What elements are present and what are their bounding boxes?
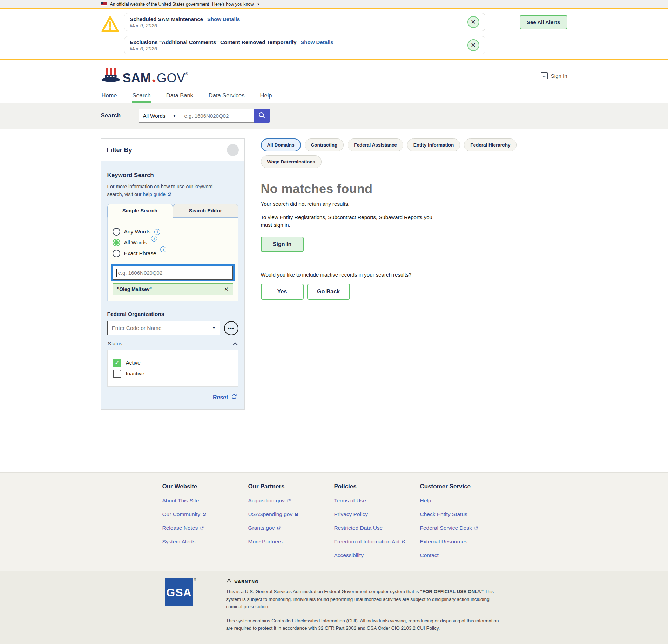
reset-filters-link[interactable]: Reset — [213, 394, 228, 401]
footer-link-grants-gov[interactable]: Grants.gov — [248, 525, 281, 531]
go-back-button[interactable]: Go Back — [307, 284, 350, 300]
gov-banner: An official website of the United States… — [0, 0, 668, 9]
domain-pill-all-domains[interactable]: All Domains — [261, 138, 301, 151]
see-all-alerts-button[interactable]: See All Alerts — [520, 15, 567, 29]
footer-link-federal-service-desk[interactable]: Federal Service Desk — [420, 525, 478, 531]
site-header: ★ ★ ★ SAM★GOV® ← Sign In — [0, 60, 668, 89]
radio-option-exact-phrase[interactable]: Exact Phrasei — [113, 250, 233, 257]
external-link-icon — [401, 540, 406, 544]
gov-banner-text: An official website of the United States… — [110, 2, 209, 7]
alert-title: Scheduled SAM Maintenance — [130, 16, 203, 22]
alert-text: Exclusions “Additional Comments” Content… — [130, 39, 333, 52]
footer-link-usaspending-gov[interactable]: USASpending.gov — [248, 511, 299, 517]
footer-link-freedom-of-information-act[interactable]: Freedom of Information Act — [334, 538, 406, 545]
radio-button[interactable] — [113, 239, 120, 246]
search-mode-select[interactable]: All Words ▼ — [139, 109, 180, 123]
footer-link-contact[interactable]: Contact — [420, 552, 439, 558]
domain-pill-contracting[interactable]: Contracting — [305, 138, 344, 151]
external-link-icon — [202, 512, 207, 517]
federal-org-more-button[interactable]: ••• — [224, 321, 238, 335]
alert: Scheduled SAM MaintenanceShow DetailsMar… — [124, 13, 485, 31]
footer-column: PoliciesTerms of UsePrivacy PolicyRestri… — [334, 483, 420, 566]
footer-link-our-community[interactable]: Our Community — [162, 511, 207, 517]
nav-item-home[interactable]: Home — [101, 89, 118, 103]
tab-search-editor[interactable]: Search Editor — [173, 204, 238, 218]
info-icon[interactable]: i — [160, 246, 166, 252]
checkbox[interactable] — [113, 370, 121, 378]
footer-link-more-partners[interactable]: More Partners — [248, 538, 283, 545]
footer-link-privacy-policy[interactable]: Privacy Policy — [334, 511, 368, 517]
domain-pill-federal-assistance[interactable]: Federal Assistance — [348, 138, 403, 151]
radio-option-all-words[interactable]: All Wordsi — [113, 239, 233, 246]
domain-filter-pills: All DomainsContractingFederal Assistance… — [261, 138, 567, 168]
remove-keyword-tag-button[interactable]: ✕ — [224, 286, 229, 292]
federal-org-combobox[interactable] — [107, 321, 220, 335]
filter-by-title: Filter By — [107, 147, 132, 154]
footer-link-release-notes[interactable]: Release Notes — [162, 525, 204, 531]
footer-link-accessibility[interactable]: Accessibility — [334, 552, 364, 558]
alert-text: Scheduled SAM MaintenanceShow DetailsMar… — [130, 16, 240, 28]
tab-simple-search[interactable]: Simple Search — [107, 204, 173, 218]
logo-text: SAM★GOV® — [123, 72, 189, 84]
keyword-info-text: For more information on how to use our k… — [107, 183, 223, 198]
keyword-tag: "Oleg Maltsev" ✕ — [113, 283, 233, 295]
footer-link-restricted-data-use[interactable]: Restricted Data Use — [334, 525, 383, 531]
external-link-icon — [167, 192, 171, 197]
keyword-search-heading: Keyword Search — [107, 172, 238, 179]
search-button[interactable] — [254, 109, 270, 123]
search-label: Search — [101, 112, 139, 119]
footer-column: Customer ServiceHelpCheck Entity StatusF… — [420, 483, 506, 566]
info-icon[interactable]: i — [151, 236, 157, 242]
collapse-filters-button[interactable] — [227, 144, 239, 156]
radio-button[interactable] — [113, 228, 120, 236]
radio-option-any-words[interactable]: Any Wordsi — [113, 228, 233, 236]
radio-label: All Words — [124, 239, 147, 246]
warning-paragraph-1: This is a U.S. General Services Administ… — [226, 588, 503, 611]
chevron-up-icon[interactable] — [233, 340, 238, 347]
alert-show-details-link[interactable]: Show Details — [301, 39, 333, 45]
domain-pill-wage-determinations[interactable]: Wage Determinations — [261, 155, 322, 168]
heres-how-you-know-link[interactable]: Here's how you know — [212, 2, 254, 7]
footer-link-acquisition-gov[interactable]: Acquisition.gov — [248, 497, 291, 504]
sign-in-button[interactable]: Sign In — [261, 237, 304, 252]
search-input[interactable] — [180, 109, 254, 123]
status-option-inactive[interactable]: Inactive — [113, 370, 233, 378]
nav-item-search[interactable]: Search — [132, 89, 151, 103]
info-icon[interactable]: i — [154, 229, 160, 235]
header-sign-in-link[interactable]: ← Sign In — [541, 72, 567, 79]
domain-pill-entity-information[interactable]: Entity Information — [407, 138, 460, 151]
footer-link-help[interactable]: Help — [420, 497, 431, 504]
federal-organizations-heading: Federal Organizations — [107, 311, 238, 317]
minus-icon — [230, 150, 235, 150]
sam-gov-logo[interactable]: ★ ★ ★ SAM★GOV® — [101, 67, 189, 84]
footer-link-terms-of-use[interactable]: Terms of Use — [334, 497, 366, 504]
nav-item-data-services[interactable]: Data Services — [208, 89, 245, 103]
gsa-logo: GSA ® — [165, 578, 193, 606]
footer-link-external-resources[interactable]: External Resources — [420, 538, 467, 545]
yes-button[interactable]: Yes — [261, 284, 304, 300]
external-link-icon — [474, 526, 478, 530]
keyword-tag-text: "Oleg Maltsev" — [117, 286, 152, 292]
footer-link-about-this-site[interactable]: About This Site — [162, 497, 199, 504]
footer-link-system-alerts[interactable]: System Alerts — [162, 538, 196, 545]
main-nav: HomeSearchData BankData ServicesHelp — [0, 89, 668, 103]
alert-close-button[interactable]: ✕ — [467, 39, 479, 51]
alert-close-button[interactable]: ✕ — [467, 16, 479, 28]
domain-pill-federal-hierarchy[interactable]: Federal Hierarchy — [464, 138, 517, 151]
search-band: Search All Words ▼ — [0, 103, 668, 129]
footer-warning-section: GSA ® WARNING This is a U.S. General Ser… — [0, 571, 668, 644]
footer-column: Our PartnersAcquisition.govUSASpending.g… — [248, 483, 334, 566]
checkbox[interactable]: ✓ — [113, 359, 121, 367]
alert: Exclusions “Additional Comments” Content… — [124, 36, 485, 54]
results-area: All DomainsContractingFederal Assistance… — [261, 138, 567, 300]
status-option-active[interactable]: ✓Active — [113, 359, 233, 367]
keyword-input[interactable] — [113, 266, 232, 279]
alert-show-details-link[interactable]: Show Details — [207, 16, 240, 22]
nav-item-data-bank[interactable]: Data Bank — [166, 89, 194, 103]
alert-date: Mar 6, 2026 — [130, 46, 333, 52]
nav-item-help[interactable]: Help — [259, 89, 273, 103]
external-link-icon — [200, 526, 204, 530]
help-guide-link[interactable]: help guide — [143, 191, 171, 198]
footer-link-check-entity-status[interactable]: Check Entity Status — [420, 511, 467, 517]
radio-button[interactable] — [113, 250, 120, 257]
